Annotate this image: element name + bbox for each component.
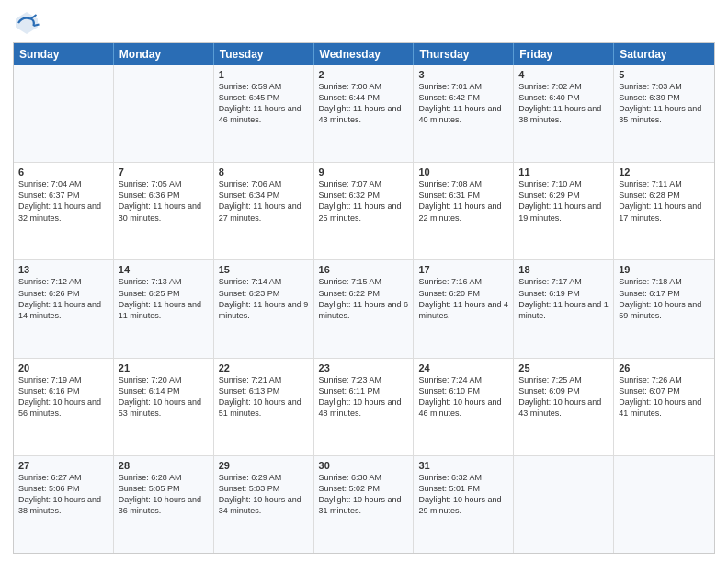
- calendar-cell-27: 27Sunrise: 6:27 AMSunset: 5:06 PMDayligh…: [14, 456, 114, 553]
- calendar-row-3: 13Sunrise: 7:12 AMSunset: 6:26 PMDayligh…: [14, 260, 714, 358]
- calendar-cell-29: 29Sunrise: 6:29 AMSunset: 5:03 PMDayligh…: [214, 456, 314, 553]
- day-info: Sunrise: 7:19 AMSunset: 6:16 PMDaylight:…: [18, 374, 108, 419]
- day-info: Sunrise: 6:29 AMSunset: 5:03 PMDaylight:…: [219, 472, 309, 517]
- calendar-body: 1Sunrise: 6:59 AMSunset: 6:45 PMDaylight…: [14, 65, 714, 553]
- calendar-cell-8: 8Sunrise: 7:06 AMSunset: 6:34 PMDaylight…: [214, 163, 314, 259]
- day-number: 25: [518, 362, 609, 373]
- day-info: Sunrise: 7:03 AMSunset: 6:39 PMDaylight:…: [619, 81, 710, 126]
- day-number: 27: [18, 460, 108, 471]
- calendar-cell-empty-0-0: [14, 65, 114, 162]
- day-info: Sunrise: 6:30 AMSunset: 5:02 PMDaylight:…: [319, 472, 409, 517]
- weekday-header-tuesday: Tuesday: [214, 43, 314, 65]
- weekday-header-monday: Monday: [114, 43, 214, 65]
- day-info: Sunrise: 7:01 AMSunset: 6:42 PMDaylight:…: [418, 81, 508, 126]
- day-info: Sunrise: 7:25 AMSunset: 6:09 PMDaylight:…: [518, 374, 609, 419]
- day-number: 2: [319, 69, 409, 80]
- calendar-cell-3: 3Sunrise: 7:01 AMSunset: 6:42 PMDaylight…: [414, 65, 514, 162]
- day-info: Sunrise: 7:12 AMSunset: 6:26 PMDaylight:…: [18, 276, 108, 321]
- day-number: 18: [518, 264, 609, 275]
- day-info: Sunrise: 6:32 AMSunset: 5:01 PMDaylight:…: [418, 472, 508, 517]
- day-info: Sunrise: 7:15 AMSunset: 6:22 PMDaylight:…: [319, 276, 409, 321]
- day-number: 6: [18, 167, 108, 178]
- calendar-cell-empty-0-1: [114, 65, 214, 162]
- calendar-cell-25: 25Sunrise: 7:25 AMSunset: 6:09 PMDayligh…: [514, 359, 614, 455]
- day-info: Sunrise: 7:24 AMSunset: 6:10 PMDaylight:…: [418, 374, 508, 419]
- day-info: Sunrise: 7:00 AMSunset: 6:44 PMDaylight:…: [319, 81, 409, 126]
- day-info: Sunrise: 6:27 AMSunset: 5:06 PMDaylight:…: [18, 472, 108, 517]
- calendar-cell-22: 22Sunrise: 7:21 AMSunset: 6:13 PMDayligh…: [214, 359, 314, 455]
- calendar-cell-4: 4Sunrise: 7:02 AMSunset: 6:40 PMDaylight…: [514, 65, 614, 162]
- day-info: Sunrise: 6:59 AMSunset: 6:45 PMDaylight:…: [219, 81, 309, 126]
- day-info: Sunrise: 7:18 AMSunset: 6:17 PMDaylight:…: [619, 276, 710, 321]
- calendar-cell-19: 19Sunrise: 7:18 AMSunset: 6:17 PMDayligh…: [614, 260, 714, 357]
- day-number: 11: [518, 167, 609, 178]
- day-info: Sunrise: 7:17 AMSunset: 6:19 PMDaylight:…: [518, 276, 609, 321]
- day-number: 13: [18, 264, 108, 275]
- calendar-cell-28: 28Sunrise: 6:28 AMSunset: 5:05 PMDayligh…: [114, 456, 214, 553]
- day-number: 31: [418, 460, 508, 471]
- day-info: Sunrise: 7:16 AMSunset: 6:20 PMDaylight:…: [418, 276, 508, 321]
- calendar-cell-empty-4-6: [614, 456, 714, 553]
- day-number: 16: [319, 264, 409, 275]
- day-number: 20: [18, 362, 108, 373]
- calendar-cell-12: 12Sunrise: 7:11 AMSunset: 6:28 PMDayligh…: [614, 163, 714, 259]
- weekday-header-saturday: Saturday: [614, 43, 714, 65]
- day-number: 28: [119, 460, 209, 471]
- calendar: SundayMondayTuesdayWednesdayThursdayFrid…: [13, 42, 715, 554]
- calendar-cell-31: 31Sunrise: 6:32 AMSunset: 5:01 PMDayligh…: [414, 456, 514, 553]
- calendar-row-2: 6Sunrise: 7:04 AMSunset: 6:37 PMDaylight…: [14, 163, 714, 260]
- day-info: Sunrise: 7:13 AMSunset: 6:25 PMDaylight:…: [119, 276, 209, 321]
- day-number: 30: [319, 460, 409, 471]
- day-info: Sunrise: 7:10 AMSunset: 6:29 PMDaylight:…: [518, 178, 609, 224]
- weekday-header-sunday: Sunday: [14, 43, 114, 65]
- calendar-cell-17: 17Sunrise: 7:16 AMSunset: 6:20 PMDayligh…: [414, 260, 514, 357]
- calendar-cell-1: 1Sunrise: 6:59 AMSunset: 6:45 PMDaylight…: [214, 65, 314, 162]
- day-number: 3: [418, 69, 508, 80]
- weekday-header-friday: Friday: [514, 43, 614, 65]
- calendar-cell-26: 26Sunrise: 7:26 AMSunset: 6:07 PMDayligh…: [614, 359, 714, 455]
- calendar-cell-13: 13Sunrise: 7:12 AMSunset: 6:26 PMDayligh…: [14, 260, 114, 357]
- day-number: 15: [219, 264, 309, 275]
- day-number: 26: [619, 362, 710, 373]
- calendar-cell-9: 9Sunrise: 7:07 AMSunset: 6:32 PMDaylight…: [314, 163, 415, 259]
- day-number: 17: [418, 264, 508, 275]
- calendar-cell-7: 7Sunrise: 7:05 AMSunset: 6:36 PMDaylight…: [114, 163, 214, 259]
- calendar-row-4: 20Sunrise: 7:19 AMSunset: 6:16 PMDayligh…: [14, 359, 714, 456]
- calendar-cell-18: 18Sunrise: 7:17 AMSunset: 6:19 PMDayligh…: [514, 260, 614, 357]
- day-number: 7: [119, 167, 209, 178]
- day-info: Sunrise: 6:28 AMSunset: 5:05 PMDaylight:…: [119, 472, 209, 517]
- calendar-cell-16: 16Sunrise: 7:15 AMSunset: 6:22 PMDayligh…: [314, 260, 415, 357]
- calendar-cell-10: 10Sunrise: 7:08 AMSunset: 6:31 PMDayligh…: [414, 163, 514, 259]
- logo: [13, 9, 44, 37]
- day-info: Sunrise: 7:11 AMSunset: 6:28 PMDaylight:…: [619, 178, 710, 224]
- day-number: 21: [119, 362, 209, 373]
- day-info: Sunrise: 7:08 AMSunset: 6:31 PMDaylight:…: [418, 178, 508, 224]
- calendar-row-5: 27Sunrise: 6:27 AMSunset: 5:06 PMDayligh…: [14, 456, 714, 553]
- day-number: 4: [518, 69, 609, 80]
- calendar-cell-6: 6Sunrise: 7:04 AMSunset: 6:37 PMDaylight…: [14, 163, 114, 259]
- day-number: 23: [319, 362, 409, 373]
- day-info: Sunrise: 7:06 AMSunset: 6:34 PMDaylight:…: [219, 178, 309, 224]
- calendar-cell-14: 14Sunrise: 7:13 AMSunset: 6:25 PMDayligh…: [114, 260, 214, 357]
- weekday-header-wednesday: Wednesday: [314, 43, 415, 65]
- day-info: Sunrise: 7:02 AMSunset: 6:40 PMDaylight:…: [518, 81, 609, 126]
- day-number: 10: [418, 167, 508, 178]
- day-number: 22: [219, 362, 309, 373]
- day-number: 29: [219, 460, 309, 471]
- calendar-cell-5: 5Sunrise: 7:03 AMSunset: 6:39 PMDaylight…: [614, 65, 714, 162]
- calendar-cell-20: 20Sunrise: 7:19 AMSunset: 6:16 PMDayligh…: [14, 359, 114, 455]
- calendar-cell-empty-4-5: [514, 456, 614, 553]
- logo-icon: [13, 9, 40, 37]
- day-info: Sunrise: 7:04 AMSunset: 6:37 PMDaylight:…: [18, 178, 108, 224]
- page: SundayMondayTuesdayWednesdayThursdayFrid…: [0, 0, 728, 563]
- calendar-cell-30: 30Sunrise: 6:30 AMSunset: 5:02 PMDayligh…: [314, 456, 415, 553]
- day-number: 24: [418, 362, 508, 373]
- day-info: Sunrise: 7:05 AMSunset: 6:36 PMDaylight:…: [119, 178, 209, 224]
- calendar-cell-24: 24Sunrise: 7:24 AMSunset: 6:10 PMDayligh…: [414, 359, 514, 455]
- day-info: Sunrise: 7:07 AMSunset: 6:32 PMDaylight:…: [319, 178, 409, 224]
- calendar-cell-15: 15Sunrise: 7:14 AMSunset: 6:23 PMDayligh…: [214, 260, 314, 357]
- calendar-cell-21: 21Sunrise: 7:20 AMSunset: 6:14 PMDayligh…: [114, 359, 214, 455]
- day-info: Sunrise: 7:14 AMSunset: 6:23 PMDaylight:…: [219, 276, 309, 321]
- calendar-row-1: 1Sunrise: 6:59 AMSunset: 6:45 PMDaylight…: [14, 65, 714, 163]
- day-number: 19: [619, 264, 710, 275]
